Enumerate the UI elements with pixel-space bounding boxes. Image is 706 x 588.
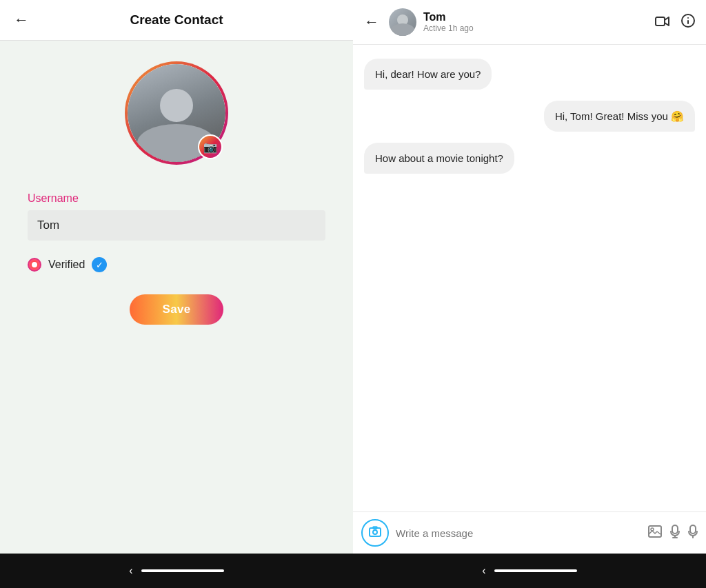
contact-info: Tom Active 1h ago xyxy=(423,11,648,33)
left-back-button[interactable]: ← xyxy=(14,11,29,29)
video-call-icon[interactable] xyxy=(655,14,670,30)
chat-back-button[interactable]: ← xyxy=(364,13,379,31)
contact-avatar xyxy=(389,8,416,36)
message-bubble: Hi, Tom! Great! Miss you 🤗 xyxy=(544,101,695,132)
verified-row: Verified ✓ xyxy=(28,257,107,272)
svg-rect-0 xyxy=(656,17,665,26)
save-button[interactable]: Save xyxy=(130,294,224,325)
image-icon[interactable] xyxy=(648,525,662,541)
check-mark: ✓ xyxy=(96,260,103,270)
create-contact-body: 📷 Username Verified ✓ Save xyxy=(0,41,353,554)
svg-rect-3 xyxy=(687,17,689,19)
chat-camera-button[interactable] xyxy=(361,519,389,547)
username-label: Username xyxy=(28,192,325,205)
avatar-wrapper: 📷 xyxy=(125,61,228,165)
camera-icon: 📷 xyxy=(203,141,217,154)
message-text: Hi, dear! How are you? xyxy=(375,68,481,80)
header-icons xyxy=(655,14,695,31)
message-text: Hi, Tom! Great! Miss you 🤗 xyxy=(555,110,684,122)
svg-rect-2 xyxy=(687,20,689,24)
left-nav-chevron: ‹ xyxy=(129,565,132,577)
message-input[interactable] xyxy=(396,527,641,539)
camera-icon xyxy=(369,526,381,540)
microphone-icon[interactable] xyxy=(670,525,680,542)
chat-header: ← Tom Active 1h ago xyxy=(353,0,706,45)
right-nav-pill xyxy=(494,569,577,572)
radio-inner xyxy=(32,262,37,267)
svg-rect-4 xyxy=(370,528,381,536)
info-icon[interactable] xyxy=(681,14,695,31)
chat-panel: ← Tom Active 1h ago Hi, de xyxy=(353,0,706,588)
svg-rect-7 xyxy=(649,526,661,537)
message-bubble: How about a movie tonight? xyxy=(364,143,514,174)
svg-rect-12 xyxy=(690,525,696,534)
radio-button[interactable] xyxy=(28,258,41,272)
username-input[interactable] xyxy=(28,210,325,241)
contact-name: Tom xyxy=(423,11,648,23)
create-contact-panel: ← Create Contact 📷 Username Verified ✓ xyxy=(0,0,353,588)
left-header: ← Create Contact xyxy=(0,0,353,41)
verified-check-icon: ✓ xyxy=(92,257,107,272)
right-nav-bar: ‹ xyxy=(353,554,706,588)
right-nav-chevron: ‹ xyxy=(482,565,485,577)
svg-rect-9 xyxy=(672,525,678,534)
left-nav-bar: ‹ xyxy=(0,554,353,588)
page-title: Create Contact xyxy=(130,12,223,28)
left-nav-pill xyxy=(141,569,224,572)
camera-badge-button[interactable]: 📷 xyxy=(198,134,223,159)
voice-icon[interactable] xyxy=(688,525,698,542)
verified-label: Verified xyxy=(48,258,85,271)
chat-input-bar xyxy=(353,511,706,554)
chat-messages: Hi, dear! How are you? Hi, Tom! Great! M… xyxy=(353,45,706,511)
input-icons xyxy=(648,525,698,542)
message-bubble: Hi, dear! How are you? xyxy=(364,59,492,90)
message-text: How about a movie tonight? xyxy=(375,152,503,164)
svg-point-5 xyxy=(373,530,377,534)
contact-status: Active 1h ago xyxy=(423,23,648,33)
